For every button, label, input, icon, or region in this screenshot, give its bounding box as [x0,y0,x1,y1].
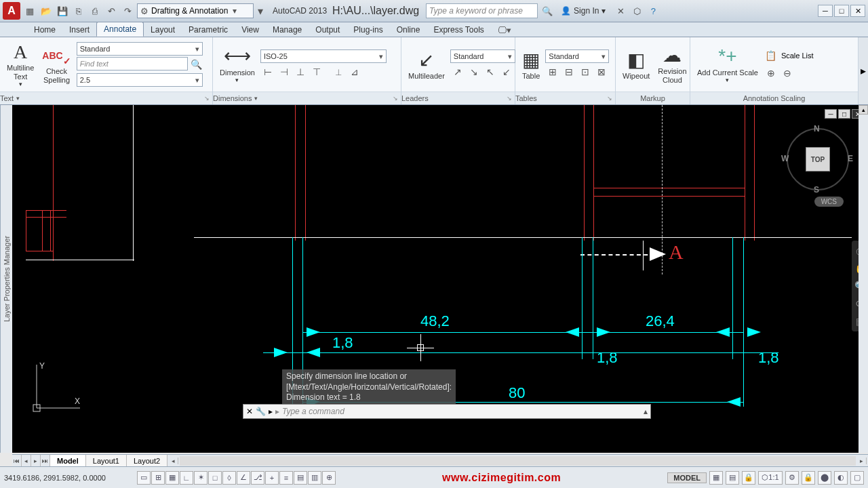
vertical-scrollbar[interactable]: ▴ [859,105,868,453]
status-sc-icon[interactable]: ⊕ [322,471,336,485]
dim-tool-5-icon[interactable]: ⟂ [331,64,346,79]
layer-properties-palette-tab[interactable]: Layer Properties Manager [0,105,12,453]
status-annoscale-icon[interactable]: 🔒 [742,471,755,485]
dimension-button[interactable]: ⟷ Dimension ▾ [217,44,258,85]
sheet-tab-model[interactable]: Model [50,455,86,466]
tab-view[interactable]: View [235,23,266,37]
tab-express[interactable]: Express Tools [427,23,490,37]
tab-manage[interactable]: Manage [266,23,309,37]
status-otrack-icon[interactable]: ∠ [237,471,250,485]
exchange-icon[interactable]: ✕ [614,4,627,18]
tab-parametric[interactable]: Parametric [182,23,235,37]
status-ducs-icon[interactable]: ⎇ [251,471,264,485]
leader-tool-1-icon[interactable]: ↗ [450,64,465,79]
table-tool-4-icon[interactable]: ⊠ [594,64,609,79]
status-polar-icon[interactable]: ✶ [194,471,208,485]
status-tpy-icon[interactable]: ▤ [294,471,307,485]
status-annovisibility-icon[interactable]: ⬡1:1 [758,471,783,485]
revision-cloud-button[interactable]: ☁ Revision Cloud [655,43,689,85]
model-canvas[interactable]: A 1,8 48,2 1,8 26,4 1,8 80 [12,105,868,453]
status-qv-layouts-icon[interactable]: ▦ [709,471,723,485]
maximize-button[interactable]: □ [834,5,849,17]
status-grid-icon[interactable]: ▦ [165,471,179,485]
cmd-recent-icon[interactable]: ▸ [269,407,273,416]
leader-style-combo[interactable]: Standard▾ [450,49,515,63]
viewcube-e[interactable]: E [848,154,853,163]
sheet-tab-layout2[interactable]: Layout2 [127,455,167,466]
dim-tool-2-icon[interactable]: ⊣ [277,64,292,79]
status-snap-icon[interactable]: ⊞ [151,471,165,485]
coordinates-readout[interactable]: 3419.6186, 2991.5982, 0.0000 [4,474,133,482]
tab-nav-first[interactable]: ⏮ [12,455,22,466]
command-line[interactable]: ✕ 🔧 ▸ ▸ Type a command ▴ [243,404,651,419]
qat-saveas-icon[interactable]: ⎘ [72,4,85,18]
tab-insert[interactable]: Insert [62,23,96,37]
scale-tool-2-icon[interactable]: ⊖ [780,66,795,81]
dim-style-combo[interactable]: ISO-25▾ [260,49,387,63]
dim-tool-3-icon[interactable]: ⊥ [293,64,308,79]
multiline-text-button[interactable]: A Multiline Text ▾ [4,39,37,89]
viewcube-w[interactable]: W [781,154,789,163]
table-tool-1-icon[interactable]: ⊞ [545,64,560,79]
scale-list-icon[interactable]: 📋 [764,48,778,63]
tab-nav-prev[interactable]: ◂ [22,455,31,466]
find-button[interactable]: 🔍 [189,57,204,72]
table-tool-2-icon[interactable]: ⊟ [561,64,576,79]
panel-launcher-icon[interactable]: ↘ [393,95,401,102]
tab-nav-next[interactable]: ▸ [31,455,41,466]
dim-tool-4-icon[interactable]: ⊤ [309,64,324,79]
status-hardware-accel-icon[interactable]: ⬤ [818,471,831,485]
table-tool-3-icon[interactable]: ⊡ [578,64,593,79]
table-style-combo[interactable]: Standard▾ [545,49,609,63]
dim-tool-1-icon[interactable]: ⊢ [260,64,275,79]
ribbon-appearance-icon[interactable]: 🖵▾ [498,23,511,37]
cmd-close-icon[interactable]: ✕ [246,407,253,416]
qat-undo-icon[interactable]: ↶ [104,4,118,18]
viewport-minimize-button[interactable]: ─ [825,109,837,119]
text-height-combo[interactable]: 2.5▾ [77,73,203,87]
minimize-button[interactable]: ─ [818,5,833,17]
panel-launcher-icon[interactable]: ↘ [607,95,615,102]
tab-output[interactable]: Output [309,23,347,37]
tab-online[interactable]: Online [390,23,427,37]
status-ortho-icon[interactable]: ∟ [180,471,193,485]
viewport-maximize-button[interactable]: □ [838,109,850,119]
tab-nav-last[interactable]: ⏭ [41,455,50,466]
status-qv-drawings-icon[interactable]: ▤ [726,471,739,485]
status-dyn-icon[interactable]: + [265,471,279,485]
cmd-dropdown-icon[interactable]: ▴ [644,407,648,416]
add-current-scale-button[interactable]: *+ Add Current Scale ▾ [694,44,761,85]
app-store-icon[interactable]: ⬡ [630,4,644,18]
qat-new-icon[interactable]: ▦ [23,4,37,18]
panel-launcher-icon[interactable]: ↘ [507,95,515,102]
leader-tool-2-icon[interactable]: ↘ [467,64,481,79]
tab-plugins[interactable]: Plug-ins [347,23,389,37]
leader-tool-4-icon[interactable]: ↙ [499,64,514,79]
status-infer-icon[interactable]: ▭ [137,471,151,485]
sheet-tab-layout1[interactable]: Layout1 [86,455,127,466]
wcs-label[interactable]: WCS [814,197,844,207]
space-toggle[interactable]: MODEL [667,472,707,483]
qat-save-icon[interactable]: 💾 [56,4,69,18]
close-button[interactable]: ✕ [850,5,865,17]
tab-annotate[interactable]: Annotate [96,22,144,37]
status-lwt-icon[interactable]: ≡ [279,471,293,485]
viewcube-n[interactable]: N [814,124,820,134]
tab-layout[interactable]: Layout [144,23,182,37]
status-3dosnap-icon[interactable]: ◊ [222,471,236,485]
qat-open-icon[interactable]: 📂 [39,4,53,18]
table-button[interactable]: ▦ Table [519,47,542,82]
find-text-input[interactable]: Find text [77,57,188,70]
scale-tool-1-icon[interactable]: ⊕ [764,66,778,81]
app-icon[interactable]: A [3,2,20,20]
status-osnap-icon[interactable]: □ [208,471,222,485]
tab-home[interactable]: Home [27,23,62,37]
status-isolate-icon[interactable]: ◐ [834,471,848,485]
ribbon-collapse-button[interactable]: ▸ [859,37,868,104]
help-search-input[interactable]: Type a keyword or phrase [426,3,538,18]
leader-tool-3-icon[interactable]: ↖ [483,64,498,79]
text-style-combo[interactable]: Standard▾ [77,42,203,56]
viewcube-s[interactable]: S [814,185,819,195]
search-icon[interactable]: 🔍 [540,4,554,18]
view-cube[interactable]: TOP N E S W [784,125,852,193]
